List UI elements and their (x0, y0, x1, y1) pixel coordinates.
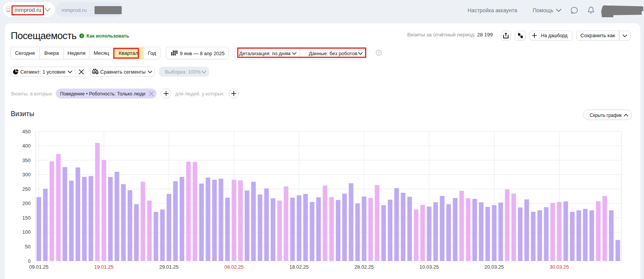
svg-text:50: 50 (25, 244, 31, 249)
svg-text:300: 300 (22, 172, 31, 177)
svg-text:0: 0 (28, 258, 31, 264)
svg-text:18.02.25: 18.02.25 (289, 264, 309, 270)
svg-text:200: 200 (22, 200, 31, 206)
svg-text:?: ? (378, 51, 380, 55)
svg-text:29.01.25: 29.01.25 (159, 264, 179, 270)
svg-text:350: 350 (22, 158, 31, 163)
svg-text:19.01.25: 19.01.25 (94, 264, 114, 270)
svg-text:30.03.25: 30.03.25 (549, 264, 569, 270)
svg-text:08.02.25: 08.02.25 (224, 264, 244, 270)
svg-text:09.01.25: 09.01.25 (29, 264, 49, 270)
svg-text:450: 450 (22, 129, 31, 135)
svg-text:20.03.25: 20.03.25 (484, 264, 504, 270)
svg-text:10.03.25: 10.03.25 (419, 264, 439, 270)
svg-text:i: i (81, 34, 82, 38)
svg-text:28.02.25: 28.02.25 (354, 264, 374, 270)
svg-text:150: 150 (22, 215, 31, 221)
svg-text:400: 400 (22, 143, 31, 149)
svg-text:100: 100 (22, 229, 31, 235)
svg-text:250: 250 (22, 186, 31, 192)
